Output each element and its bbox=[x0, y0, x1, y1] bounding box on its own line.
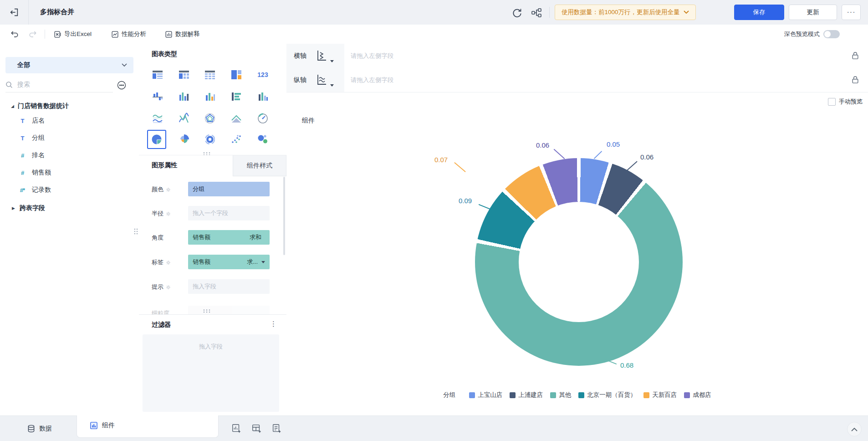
legend-item[interactable]: 上浦建店 bbox=[510, 391, 543, 399]
value-axis-icon[interactable] bbox=[315, 73, 327, 86]
legend-label: 上宝山店 bbox=[478, 391, 502, 399]
filter-more-icon[interactable]: ⋮ bbox=[270, 320, 277, 328]
tab-component-active[interactable]: 组件 bbox=[77, 415, 219, 438]
tab-data[interactable]: 数据 bbox=[27, 416, 52, 441]
chart-type-scatter-icon[interactable] bbox=[227, 130, 246, 149]
chart-type-area-icon[interactable] bbox=[227, 109, 246, 128]
chart-legend: 分组 上宝山店上浦建店其他北京一期（百货）天新百店成都店 bbox=[286, 391, 868, 399]
property-row-color: 颜色 分组 bbox=[139, 179, 286, 200]
chart-type-rose-icon[interactable] bbox=[174, 130, 194, 149]
dataset-scope-select[interactable]: 全部 bbox=[5, 57, 133, 73]
color-field-pill[interactable]: 分组 bbox=[188, 182, 270, 196]
field-item[interactable]: T 店名 bbox=[18, 117, 45, 125]
more-button[interactable]: ··· bbox=[842, 5, 861, 20]
filter-drop-area[interactable]: 拖入字段 bbox=[143, 334, 279, 412]
dataset-tree-node[interactable]: ◢ 门店销售数据统计 bbox=[11, 102, 69, 110]
chart-type-kpi-icon[interactable]: 123 bbox=[253, 65, 272, 84]
category-axis-icon[interactable] bbox=[315, 49, 327, 62]
tab-component-style[interactable]: 组件样式 bbox=[233, 155, 286, 176]
performance-analysis-button[interactable]: 性能分析 bbox=[111, 25, 146, 44]
component-section-label: 组件 bbox=[302, 117, 315, 125]
donut-chart[interactable] bbox=[475, 158, 683, 366]
gear-icon[interactable] bbox=[166, 260, 171, 265]
data-explain-button[interactable]: 数据解释 bbox=[165, 25, 200, 44]
field-item[interactable]: T 分组 bbox=[18, 134, 45, 142]
lock-icon[interactable] bbox=[851, 75, 860, 85]
save-button[interactable]: 保存 bbox=[734, 5, 784, 20]
chart-type-grouped-table-icon[interactable] bbox=[148, 65, 167, 84]
properties-scrollbar[interactable] bbox=[283, 177, 285, 255]
panel-drag-handle[interactable] bbox=[203, 309, 211, 313]
field-name: 排名 bbox=[32, 151, 45, 159]
chart-type-waterfall-bar-icon[interactable] bbox=[148, 87, 167, 106]
legend-item[interactable]: 天新百店 bbox=[643, 391, 677, 399]
collapse-panel-button[interactable] bbox=[847, 422, 862, 436]
update-button[interactable]: 更新 bbox=[789, 5, 837, 20]
refresh-icon[interactable] bbox=[511, 7, 523, 19]
legend-item[interactable]: 成都店 bbox=[684, 391, 711, 399]
tooltip-drop-field[interactable]: 拖入字段 bbox=[188, 279, 270, 294]
property-row-angle: 角度 销售额 求和 bbox=[139, 227, 286, 248]
chart-type-donut-icon[interactable] bbox=[200, 130, 220, 149]
redo-button[interactable] bbox=[26, 25, 39, 44]
field-item[interactable]: #* 记录数 bbox=[18, 186, 51, 194]
dark-preview-toggle[interactable] bbox=[823, 30, 840, 38]
chart-type-stacked-bar-icon[interactable] bbox=[253, 87, 272, 106]
chart-type-multi-bar-icon[interactable] bbox=[174, 87, 194, 106]
legend-item[interactable]: 上宝山店 bbox=[469, 391, 502, 399]
field-item[interactable]: # 销售额 bbox=[18, 169, 51, 177]
edit-toolbar: 导出Excel 性能分析 数据解释 深色预览模式 bbox=[0, 25, 868, 44]
chart-type-detail-table-icon[interactable] bbox=[200, 65, 220, 84]
lock-icon[interactable] bbox=[851, 51, 860, 61]
chart-type-horizontal-bar-icon[interactable] bbox=[227, 87, 246, 106]
data-volume-notice[interactable]: 使用数据量：前1000万行，更新后使用全量 bbox=[555, 5, 696, 20]
export-excel-button[interactable]: 导出Excel bbox=[54, 25, 92, 44]
label-callout-line bbox=[479, 204, 491, 210]
chart-type-cross-table-icon[interactable] bbox=[174, 65, 194, 84]
x-axis-drop-field[interactable]: 请拖入左侧字段 bbox=[344, 44, 842, 68]
chart-type-gauge-icon[interactable] bbox=[253, 109, 272, 128]
chart-type-radar-icon[interactable] bbox=[200, 109, 220, 128]
performance-icon bbox=[111, 31, 119, 38]
scope-label: 全部 bbox=[17, 61, 30, 69]
collapsed-triangle-icon: ▶ bbox=[12, 206, 15, 210]
tab-graphic-properties[interactable]: 图形属性 bbox=[152, 161, 177, 169]
chart-type-pie-icon-selected[interactable] bbox=[147, 130, 166, 149]
filter-section: 过滤器 ⋮ 拖入字段 bbox=[139, 314, 286, 416]
chart-type-line-icon[interactable] bbox=[148, 109, 167, 128]
legend-item[interactable]: 北京一期（百货） bbox=[578, 391, 636, 399]
lineage-icon[interactable] bbox=[531, 7, 542, 19]
chart-type-multi-line-icon[interactable] bbox=[174, 109, 194, 128]
gear-icon[interactable] bbox=[166, 211, 171, 216]
legend-item[interactable]: 其他 bbox=[550, 391, 571, 399]
angle-field-pill[interactable]: 销售额 求和 bbox=[188, 230, 270, 245]
cross-table-tree-node[interactable]: ▶ 跨表字段 bbox=[12, 204, 45, 212]
record-count-field-icon: #* bbox=[18, 187, 26, 194]
field-sidebar: 全部 搜索 ◢ 门店销售数据统计 T 店名 T 分组 # 排名 # bbox=[0, 44, 139, 415]
label-field-pill[interactable]: 销售额 求... bbox=[188, 255, 270, 269]
gear-icon[interactable] bbox=[166, 187, 171, 192]
add-note-icon[interactable] bbox=[271, 423, 281, 433]
back-button[interactable] bbox=[0, 0, 29, 25]
gear-icon[interactable] bbox=[166, 285, 171, 290]
label-property-label: 标签 bbox=[152, 258, 171, 267]
search-input[interactable]: 搜索 bbox=[5, 77, 113, 92]
add-component-icon[interactable] bbox=[231, 423, 241, 433]
legend-label: 北京一期（百货） bbox=[587, 391, 636, 399]
add-dashboard-icon[interactable] bbox=[251, 423, 261, 433]
axis-type-caret-icon[interactable] bbox=[330, 84, 334, 87]
y-axis-drop-field[interactable]: 请拖入左侧字段 bbox=[344, 68, 842, 92]
radius-drop-field[interactable]: 拖入一个字段 bbox=[188, 206, 270, 220]
chart-type-color-block-icon[interactable] bbox=[227, 65, 246, 84]
chart-type-column-icon[interactable] bbox=[200, 87, 220, 106]
chart-type-bubble-icon[interactable] bbox=[253, 130, 272, 149]
manual-preview-checkbox[interactable]: 手动预览 bbox=[828, 97, 863, 106]
dropdown-caret-icon[interactable] bbox=[261, 261, 265, 263]
field-name: 分组 bbox=[32, 134, 45, 142]
undo-button[interactable] bbox=[8, 25, 21, 44]
field-item[interactable]: # 排名 bbox=[18, 151, 45, 159]
x-axis-shelf: 横轴 请拖入左侧字段 bbox=[286, 44, 868, 68]
search-more-icon[interactable] bbox=[117, 80, 127, 90]
sidebar-resize-handle[interactable] bbox=[133, 228, 138, 235]
axis-type-caret-icon[interactable] bbox=[330, 60, 334, 62]
